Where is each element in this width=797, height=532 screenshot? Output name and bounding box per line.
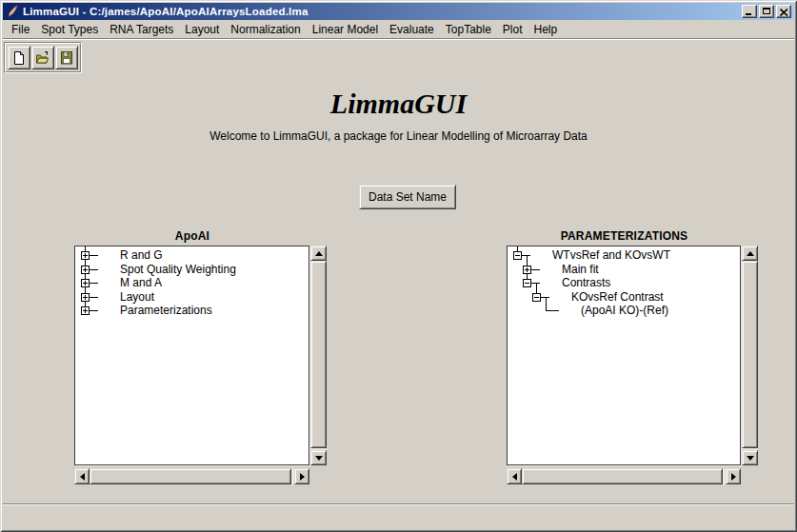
collapse-minus-icon[interactable]: [523, 279, 531, 287]
tk-feather-icon: [6, 5, 19, 18]
arrow-right-icon: [731, 473, 736, 481]
tree-connector-line: [546, 297, 547, 311]
tree-node-label[interactable]: Spot Quality Weighting: [120, 263, 236, 276]
menu-normalization[interactable]: Normalization: [225, 21, 306, 38]
expand-plus-icon[interactable]: [81, 266, 90, 274]
window-controls: [740, 5, 791, 18]
window-title: LimmaGUI - C:/james/ApoAI/ApoAIArraysLoa…: [23, 3, 740, 20]
data-set-name-button[interactable]: Data Set Name: [359, 185, 456, 209]
menu-layout[interactable]: Layout: [179, 21, 225, 38]
left-horizontal-scrollbar[interactable]: [74, 468, 309, 484]
right-panel-title: PARAMETERIZATIONS: [507, 229, 742, 243]
menu-linear-model[interactable]: Linear Model: [307, 21, 384, 38]
minimize-button[interactable]: [742, 5, 757, 18]
horizontal-scroll-thumb[interactable]: [90, 468, 291, 484]
toolbar-frame: [5, 43, 81, 72]
minus-stroke: [515, 255, 520, 256]
scroll-right-button[interactable]: [294, 468, 309, 484]
collapse-minus-icon[interactable]: [513, 251, 522, 260]
minus-stroke: [534, 297, 539, 298]
scroll-left-button[interactable]: [74, 468, 90, 484]
plus-stroke: [85, 308, 86, 313]
scroll-right-button[interactable]: [726, 468, 741, 484]
minimize-icon: [746, 13, 751, 15]
page-title: LimmaGUI: [0, 88, 797, 120]
toolbar: [4, 42, 82, 73]
scroll-up-button[interactable]: [310, 246, 327, 261]
arrow-up-icon: [747, 251, 754, 256]
save-file-icon: [59, 50, 74, 66]
menu-plot[interactable]: Plot: [497, 21, 528, 38]
collapse-minus-icon[interactable]: [532, 293, 541, 302]
scroll-left-button[interactable]: [507, 468, 522, 484]
maximize-button[interactable]: [759, 5, 774, 18]
application-window: LimmaGUI - C:/james/ApoAI/ApoAIArraysLoa…: [0, 0, 797, 532]
vertical-scroll-thumb[interactable]: [310, 261, 327, 448]
title-bar[interactable]: LimmaGUI - C:/james/ApoAI/ApoAIArraysLoa…: [3, 3, 794, 20]
left-panel-title: ApoAI: [74, 229, 310, 243]
right-horizontal-scrollbar[interactable]: [507, 468, 741, 484]
tree-node-label[interactable]: WTvsRef and KOvsWT: [552, 248, 670, 262]
close-button[interactable]: [776, 5, 791, 18]
menu-file[interactable]: File: [6, 21, 35, 38]
plus-stroke: [85, 267, 86, 272]
tree-node-label[interactable]: Layout: [120, 290, 154, 304]
arrow-left-icon: [80, 473, 85, 481]
horizontal-scroll-thumb[interactable]: [522, 468, 723, 484]
arrow-up-icon: [315, 251, 323, 256]
open-file-button[interactable]: [31, 46, 54, 69]
left-tree[interactable]: R and GSpot Quality WeightingM and ALayo…: [74, 246, 309, 465]
tree-node-label[interactable]: M and A: [120, 276, 162, 289]
maximize-icon: [763, 8, 770, 14]
expand-plus-icon[interactable]: [81, 279, 90, 287]
welcome-text: Welcome to LimmaGUI, a package for Linea…: [0, 129, 797, 143]
tree-node-label[interactable]: Main fit: [562, 263, 599, 276]
left-vertical-scrollbar[interactable]: [310, 246, 327, 465]
tree-node-label[interactable]: KOvsRef Contrast: [571, 290, 664, 304]
scroll-down-button[interactable]: [742, 450, 758, 465]
arrow-down-icon: [315, 456, 323, 461]
arrow-right-icon: [300, 473, 305, 481]
new-file-icon: [11, 50, 27, 66]
menu-rna-targets[interactable]: RNA Targets: [104, 21, 179, 38]
arrow-down-icon: [747, 456, 754, 461]
tree-node-label[interactable]: (ApoAI KO)-(Ref): [581, 304, 668, 317]
minus-stroke: [525, 283, 529, 284]
menu-divider: [3, 38, 794, 40]
plus-stroke: [85, 253, 86, 258]
tree-node-label[interactable]: R and G: [120, 248, 163, 262]
menu-evaluate[interactable]: Evaluate: [384, 21, 440, 38]
open-file-icon: [35, 50, 50, 66]
right-tree[interactable]: WTvsRef and KOvsWTMain fitContrastsKOvsR…: [507, 246, 741, 465]
scroll-down-button[interactable]: [310, 450, 327, 465]
tree-node-label[interactable]: Parameterizations: [120, 304, 212, 317]
scroll-up-button[interactable]: [742, 246, 758, 261]
plus-stroke: [85, 281, 86, 286]
plus-stroke: [85, 295, 86, 300]
tree-node-label[interactable]: Contrasts: [562, 276, 610, 289]
save-file-button[interactable]: [55, 46, 78, 69]
status-divider: [3, 503, 794, 505]
menu-toptable[interactable]: TopTable: [440, 21, 497, 38]
expand-plus-icon[interactable]: [523, 266, 531, 274]
expand-plus-icon[interactable]: [81, 306, 90, 315]
new-file-button[interactable]: [8, 46, 30, 69]
right-vertical-scrollbar[interactable]: [742, 246, 758, 465]
arrow-left-icon: [512, 473, 517, 481]
menu-bar: FileSpot TypesRNA TargetsLayoutNormaliza…: [3, 20, 794, 38]
menu-spot-types[interactable]: Spot Types: [35, 21, 104, 38]
menu-help[interactable]: Help: [528, 21, 564, 38]
expand-plus-icon[interactable]: [81, 293, 90, 302]
close-icon: [780, 9, 788, 16]
plus-stroke: [527, 267, 528, 272]
tree-connector-line: [546, 310, 559, 311]
expand-plus-icon[interactable]: [81, 251, 90, 260]
vertical-scroll-thumb[interactable]: [742, 261, 758, 448]
